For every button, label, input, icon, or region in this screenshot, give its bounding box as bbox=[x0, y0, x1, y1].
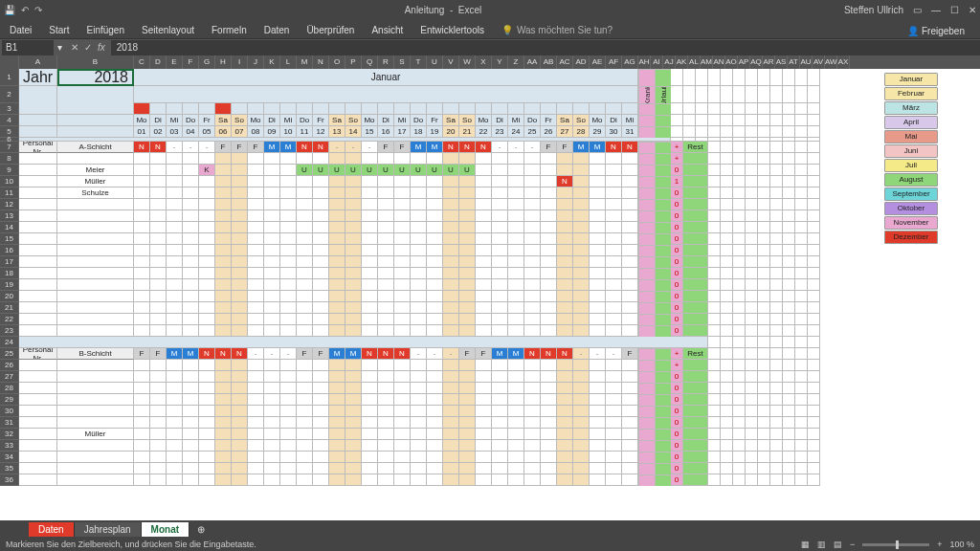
holiday-mark[interactable] bbox=[459, 103, 476, 115]
shift-cell[interactable] bbox=[329, 187, 345, 199]
col-header[interactable]: AA bbox=[524, 55, 541, 69]
shift-cell[interactable] bbox=[508, 417, 524, 429]
shift-cell[interactable] bbox=[248, 268, 264, 279]
personal-nr-cell[interactable] bbox=[19, 187, 57, 199]
holiday-mark[interactable] bbox=[524, 103, 541, 115]
holiday-mark[interactable] bbox=[134, 103, 150, 115]
cell[interactable] bbox=[708, 69, 721, 86]
cell[interactable] bbox=[733, 256, 746, 268]
shift-cell[interactable] bbox=[378, 291, 394, 302]
cell[interactable] bbox=[638, 142, 655, 153]
shift-cell[interactable] bbox=[248, 383, 264, 394]
shift-cell[interactable] bbox=[232, 452, 248, 463]
cell[interactable] bbox=[746, 417, 758, 429]
cell[interactable] bbox=[638, 406, 655, 417]
shift-cell[interactable] bbox=[411, 222, 427, 233]
cell[interactable] bbox=[795, 69, 808, 86]
plus-cell[interactable]: 0 bbox=[671, 268, 683, 279]
shift-cell[interactable] bbox=[606, 279, 622, 291]
shift-cell[interactable]: U bbox=[443, 165, 459, 176]
shift-cell[interactable] bbox=[264, 452, 280, 463]
shift-cell[interactable] bbox=[183, 153, 199, 165]
cell[interactable] bbox=[708, 417, 721, 429]
personal-nr-cell[interactable] bbox=[19, 256, 57, 268]
sheet-tab-monat[interactable]: Monat bbox=[142, 522, 189, 537]
cell[interactable] bbox=[746, 429, 758, 440]
shift-cell[interactable] bbox=[378, 176, 394, 187]
cell[interactable] bbox=[746, 291, 758, 302]
shift-cell[interactable]: - bbox=[199, 142, 215, 153]
shift-cell[interactable] bbox=[232, 371, 248, 383]
shift-cell[interactable] bbox=[476, 406, 492, 417]
shift-cell[interactable] bbox=[199, 291, 215, 302]
row-header[interactable]: 20 bbox=[0, 291, 19, 302]
shift-cell[interactable] bbox=[411, 256, 427, 268]
cell[interactable] bbox=[808, 199, 820, 210]
shift-cell[interactable] bbox=[199, 256, 215, 268]
shift-cell[interactable] bbox=[280, 417, 297, 429]
shift-cell[interactable] bbox=[394, 291, 411, 302]
cell[interactable] bbox=[808, 302, 820, 314]
shift-cell[interactable] bbox=[622, 383, 638, 394]
ribbon-tab-ansicht[interactable]: Ansicht bbox=[369, 22, 405, 38]
personal-header[interactable]: Personal Nr. bbox=[19, 348, 57, 360]
month-button-februar[interactable]: Februar bbox=[884, 87, 938, 100]
shift-cell[interactable] bbox=[264, 279, 280, 291]
cell[interactable] bbox=[721, 245, 733, 256]
row-header[interactable]: 4 bbox=[0, 115, 19, 126]
shift-cell[interactable] bbox=[232, 474, 248, 486]
shift-cell[interactable] bbox=[264, 383, 280, 394]
dow-cell[interactable]: Di bbox=[492, 115, 508, 126]
shift-cell[interactable] bbox=[232, 302, 248, 314]
person-name-cell[interactable] bbox=[57, 153, 134, 165]
shift-cell[interactable] bbox=[313, 199, 329, 210]
cell[interactable] bbox=[783, 371, 795, 383]
col-header[interactable]: A bbox=[19, 55, 57, 69]
accept-formula-icon[interactable]: ✓ bbox=[84, 42, 92, 53]
shift-cell[interactable] bbox=[313, 187, 329, 199]
cell[interactable] bbox=[770, 348, 783, 360]
shift-cell[interactable] bbox=[606, 406, 622, 417]
cell[interactable] bbox=[19, 115, 57, 126]
shift-cell[interactable] bbox=[329, 417, 345, 429]
shift-cell[interactable] bbox=[443, 176, 459, 187]
cell[interactable] bbox=[746, 474, 758, 486]
shift-cell[interactable] bbox=[590, 245, 606, 256]
rest-cell[interactable] bbox=[683, 153, 708, 165]
shift-cell[interactable]: F bbox=[232, 142, 248, 153]
shift-cell[interactable] bbox=[134, 268, 150, 279]
shift-cell[interactable]: N bbox=[557, 176, 573, 187]
cell[interactable] bbox=[733, 440, 746, 452]
shift-cell[interactable] bbox=[606, 452, 622, 463]
cell[interactable] bbox=[808, 233, 820, 245]
personal-nr-cell[interactable] bbox=[19, 165, 57, 176]
shift-cell[interactable] bbox=[264, 325, 280, 337]
cell[interactable] bbox=[721, 115, 733, 126]
daynum-cell[interactable]: 18 bbox=[411, 126, 427, 138]
shift-cell[interactable] bbox=[167, 222, 183, 233]
shift-cell[interactable] bbox=[427, 210, 443, 222]
shift-cell[interactable] bbox=[313, 153, 329, 165]
select-all-corner[interactable] bbox=[0, 55, 19, 69]
cell[interactable] bbox=[770, 337, 783, 348]
cell[interactable] bbox=[655, 153, 671, 165]
cell[interactable] bbox=[770, 474, 783, 486]
shift-cell[interactable]: F bbox=[378, 142, 394, 153]
personal-header[interactable]: Personal Nr. bbox=[19, 142, 57, 153]
shift-cell[interactable] bbox=[199, 222, 215, 233]
shift-cell[interactable] bbox=[167, 474, 183, 486]
shift-cell[interactable] bbox=[378, 383, 394, 394]
personal-nr-cell[interactable] bbox=[19, 233, 57, 245]
shift-cell[interactable] bbox=[167, 314, 183, 325]
shift-cell[interactable] bbox=[248, 406, 264, 417]
shift-cell[interactable]: - bbox=[492, 142, 508, 153]
shift-cell[interactable] bbox=[199, 474, 215, 486]
shift-cell[interactable] bbox=[606, 176, 622, 187]
shift-cell[interactable] bbox=[622, 440, 638, 452]
person-name-cell[interactable] bbox=[57, 222, 134, 233]
col-header[interactable]: AG bbox=[622, 55, 638, 69]
shift-cell[interactable] bbox=[199, 302, 215, 314]
shift-cell[interactable] bbox=[541, 417, 557, 429]
col-header[interactable]: AT bbox=[788, 55, 800, 69]
shift-cell[interactable] bbox=[492, 383, 508, 394]
